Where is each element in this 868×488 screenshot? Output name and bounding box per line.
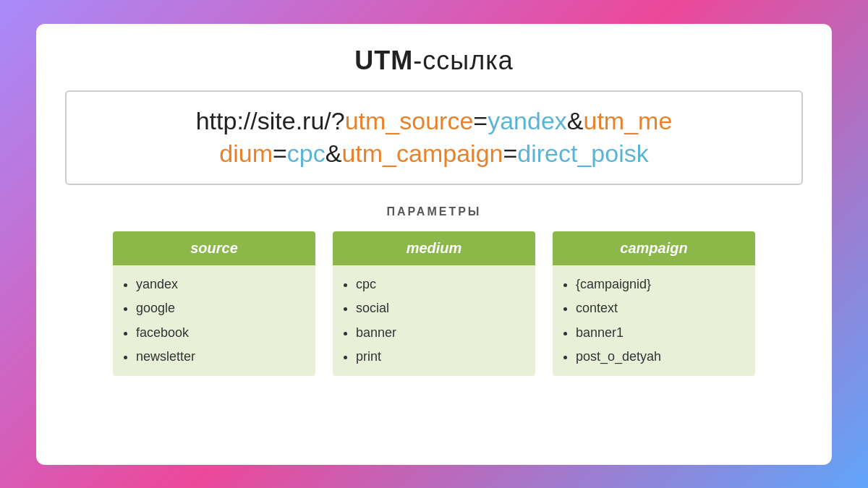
list-item: post_o_detyah: [576, 348, 742, 366]
list-item: social: [356, 299, 522, 317]
url-text: http://site.ru/?utm_source=yandex&utm_me…: [84, 105, 784, 171]
list-item: newsletter: [136, 348, 302, 366]
column-source: source yandex google facebook newsletter: [113, 231, 315, 376]
param-utm-campaign-value: direct_poisk: [517, 140, 648, 167]
columns-container: source yandex google facebook newsletter…: [65, 231, 803, 376]
column-campaign-list: {campaignid} context banner1 post_o_dety…: [573, 275, 742, 366]
param-utm-source-name: utm_source: [345, 107, 474, 134]
column-source-list: yandex google facebook newsletter: [133, 275, 302, 366]
column-source-header: source: [113, 231, 315, 265]
list-item: context: [576, 299, 742, 317]
main-card: UTM-ссылка http://site.ru/?utm_source=ya…: [36, 24, 832, 465]
page-title: UTM-ссылка: [354, 46, 513, 76]
param-utm-medium-value: cpc: [287, 140, 326, 167]
list-item: banner1: [576, 324, 742, 342]
column-campaign: campaign {campaignid} context banner1 po…: [553, 231, 755, 376]
list-item: print: [356, 348, 522, 366]
param-utm-source-value: yandex: [488, 107, 567, 134]
column-campaign-body: {campaignid} context banner1 post_o_dety…: [553, 265, 755, 376]
list-item: yandex: [136, 275, 302, 294]
column-campaign-header: campaign: [553, 231, 755, 265]
column-source-body: yandex google facebook newsletter: [113, 265, 315, 376]
list-item: google: [136, 299, 302, 317]
list-item: {campaignid}: [576, 275, 742, 294]
column-medium-list: cpc social banner print: [353, 275, 522, 366]
column-medium: medium cpc social banner print: [333, 231, 535, 376]
list-item: facebook: [136, 324, 302, 342]
column-medium-header: medium: [333, 231, 535, 265]
column-medium-body: cpc social banner print: [333, 265, 535, 376]
list-item: banner: [356, 324, 522, 342]
list-item: cpc: [356, 275, 522, 294]
url-base: http://site.ru/?: [196, 107, 345, 134]
param-utm-campaign-name: utm_campaign: [341, 140, 503, 167]
params-label: ПАРАМЕТРЫ: [387, 205, 482, 218]
url-box: http://site.ru/?utm_source=yandex&utm_me…: [65, 90, 803, 186]
